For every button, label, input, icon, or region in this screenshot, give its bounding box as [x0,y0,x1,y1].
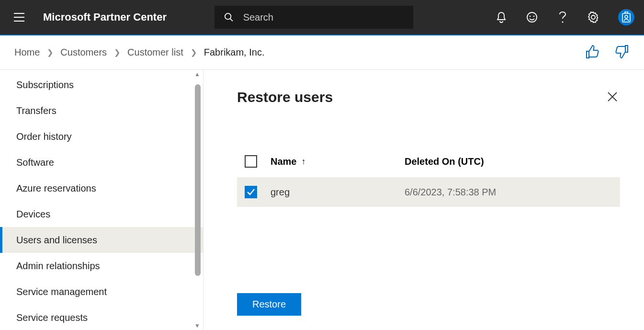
chevron-right-icon: ❯ [191,48,197,57]
app-header: Microsoft Partner Center [0,0,644,35]
breadcrumb: Home ❯ Customers ❯ Customer list ❯ Fabri… [14,47,264,58]
header-actions [496,9,634,25]
sidebar-item-admin-relationships[interactable]: Admin relationships [0,253,203,279]
thumbs-up-button[interactable] [585,45,600,61]
sidebar-item-transfers[interactable]: Transfers [0,98,203,124]
table-row[interactable]: greg 6/6/2023, 7:58:38 PM [237,177,620,207]
main-panel: Restore users Name ↑ Deleted On (UTC) gr… [203,70,644,330]
check-icon [246,187,256,197]
search-box[interactable] [215,6,413,29]
search-input[interactable] [243,12,404,23]
scrollbar-thumb[interactable] [195,84,201,276]
chevron-right-icon: ❯ [114,48,120,57]
main-footer: Restore [237,293,620,316]
breadcrumb-current: Fabrikam, Inc. [204,47,265,58]
sidebar-item-software[interactable]: Software [0,149,203,175]
user-badge-icon [621,11,631,23]
chevron-right-icon: ❯ [47,48,53,57]
sidebar-item-order-history[interactable]: Order history [0,124,203,149]
column-header-name[interactable]: Name ↑ [271,156,405,167]
settings-button[interactable] [588,11,599,23]
close-button[interactable] [605,89,620,106]
svg-point-3 [533,16,535,17]
cell-deleted-on: 6/6/2023, 7:58:38 PM [405,187,496,198]
sidebar-items: Subscriptions Transfers Order history So… [0,70,203,330]
select-all-checkbox[interactable] [245,155,257,168]
sidebar: ▲ Subscriptions Transfers Order history … [0,70,203,330]
cell-name: greg [271,187,405,198]
sidebar-item-service-management[interactable]: Service management [0,279,203,305]
main-header: Restore users [237,89,620,106]
smile-icon [526,11,538,23]
breadcrumb-home[interactable]: Home [14,47,40,58]
body: ▲ Subscriptions Transfers Order history … [0,70,644,330]
sidebar-item-service-requests[interactable]: Service requests [0,305,203,330]
sidebar-item-azure-reservations[interactable]: Azure reservations [0,175,203,201]
hamburger-menu-button[interactable] [10,8,29,27]
breadcrumb-customers[interactable]: Customers [60,47,107,58]
svg-point-6 [625,15,628,18]
page-title: Restore users [237,89,333,105]
breadcrumb-customer-list[interactable]: Customer list [127,47,183,58]
feedback-smile-button[interactable] [526,11,538,23]
thumbs-up-icon [585,45,600,59]
bell-icon [496,11,507,23]
help-button[interactable] [557,11,568,23]
svg-point-4 [562,22,564,23]
restore-button[interactable]: Restore [237,293,301,316]
users-table: Name ↑ Deleted On (UTC) greg 6/6/2023, 7… [237,149,620,207]
search-icon [224,12,234,23]
column-name-label: Name [271,156,296,167]
sidebar-item-subscriptions[interactable]: Subscriptions [0,72,203,98]
sidebar-item-users-and-licenses[interactable]: Users and licenses [0,227,203,253]
column-header-deleted-on[interactable]: Deleted On (UTC) [405,156,484,167]
app-title: Microsoft Partner Center [43,11,167,23]
scroll-down-button[interactable]: ▼ [194,322,200,329]
thumbs-down-icon [614,45,630,59]
svg-point-2 [530,16,531,17]
sort-ascending-icon: ↑ [301,157,305,167]
user-avatar[interactable] [618,9,634,25]
hamburger-icon [14,13,24,22]
table-header-row: Name ↑ Deleted On (UTC) [237,149,620,173]
row-checkbox[interactable] [245,186,257,198]
feedback-buttons [585,45,630,61]
sidebar-item-devices[interactable]: Devices [0,201,203,227]
gear-icon [588,11,599,23]
svg-point-0 [225,13,231,20]
thumbs-down-button[interactable] [614,45,630,61]
close-icon [607,91,618,102]
notifications-button[interactable] [496,11,507,23]
breadcrumb-bar: Home ❯ Customers ❯ Customer list ❯ Fabri… [0,35,644,70]
scroll-up-button[interactable]: ▲ [194,71,200,78]
svg-point-1 [527,12,537,22]
svg-rect-5 [622,13,630,22]
question-icon [559,11,566,23]
